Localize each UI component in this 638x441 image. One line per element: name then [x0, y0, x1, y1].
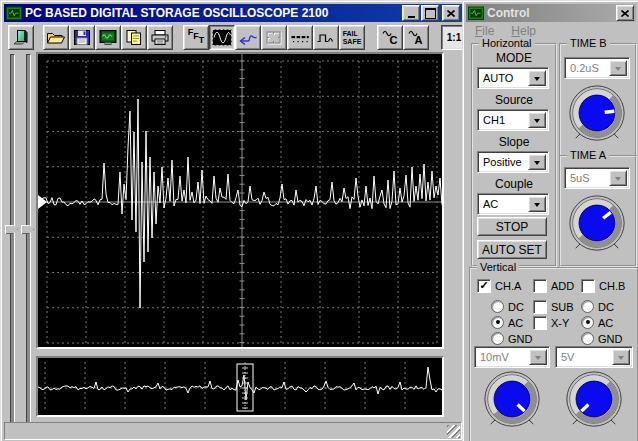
maximize-icon — [425, 8, 436, 19]
sub-enable: SUB — [533, 300, 574, 314]
capture-button[interactable] — [95, 25, 121, 50]
ch-b-gnd-option: GND — [581, 332, 622, 345]
time-a-dropdown-button — [609, 170, 627, 186]
time-b-group-label: TIME B — [567, 37, 610, 49]
mode-label: MODE — [473, 51, 555, 65]
chevron-down-icon — [615, 67, 621, 74]
offset-slider-thumb-a[interactable] — [5, 225, 18, 234]
close-button[interactable] — [442, 5, 460, 21]
offset-slider-thumb-b[interactable] — [21, 225, 34, 234]
slope-dropdown-button[interactable] — [528, 154, 546, 170]
ch-a-gnd-radio[interactable] — [491, 332, 504, 345]
waveform-button[interactable] — [209, 25, 235, 50]
ch-b-enable: CH.B — [581, 279, 625, 293]
ch-a-gnd-option: GND — [491, 332, 532, 345]
maximize-button[interactable] — [421, 5, 439, 21]
ch-a-position-knob[interactable] — [481, 369, 543, 431]
minimize-button[interactable] — [402, 5, 420, 21]
wave-a-icon: A — [407, 29, 426, 46]
overview-display — [36, 356, 444, 417]
minimize-icon — [408, 16, 415, 18]
control-window-title: Control — [487, 6, 612, 20]
screen: PC BASED DIGITAL STORAGE OSCILLOSCOPE 21… — [0, 0, 638, 441]
couple-select[interactable]: AC — [477, 193, 549, 215]
sub-checkbox[interactable] — [533, 300, 547, 314]
wave-c-icon: C — [381, 29, 400, 46]
mode-dropdown-button[interactable] — [528, 70, 546, 86]
ch-b-checkbox[interactable] — [581, 279, 595, 293]
menu-file[interactable]: File — [475, 24, 494, 38]
main-display — [36, 52, 444, 349]
app-icon — [6, 6, 22, 21]
time-a-group: TIME A 5uS — [559, 155, 637, 267]
stop-button[interactable]: STOP — [477, 217, 547, 236]
time-a-group-label: TIME A — [567, 149, 609, 161]
ch-a-ac-radio[interactable] — [491, 316, 504, 329]
copy-button[interactable] — [121, 25, 147, 50]
svg-text:A: A — [414, 34, 422, 46]
auto-set-button[interactable]: AUTO SET — [477, 240, 547, 259]
failsafe-button[interactable]: FAIL SAFE — [339, 25, 365, 50]
slope-select[interactable]: Positive — [477, 151, 549, 173]
sine-trace-icon — [212, 29, 232, 46]
undo-wave-button[interactable] — [235, 25, 261, 50]
grid-icon — [264, 30, 284, 46]
ch-b-gnd-radio[interactable] — [581, 332, 594, 345]
ch-b-dc-option: DC — [581, 300, 614, 313]
dashed-line-button[interactable] — [287, 25, 313, 50]
copy-pages-icon — [124, 29, 144, 46]
ch-b-scale-select: 5V — [555, 346, 633, 368]
source-label: Source — [473, 93, 555, 107]
svg-text:C: C — [389, 34, 397, 46]
ch-b-ac-radio[interactable] — [581, 316, 594, 329]
fft-icon: FFT — [188, 33, 205, 42]
resize-grip[interactable] — [447, 425, 460, 438]
time-b-group: TIME B 0.2uS — [559, 43, 637, 157]
horizontal-group-label: Horizontal — [479, 37, 535, 49]
save-floppy-icon — [73, 29, 91, 46]
fft-button[interactable]: FFT — [183, 25, 209, 50]
chevron-down-icon — [618, 356, 624, 363]
menu-help[interactable]: Help — [511, 24, 536, 38]
main-waveform — [38, 54, 442, 347]
source-dropdown-button[interactable] — [528, 112, 546, 128]
time-a-knob[interactable] — [566, 193, 628, 255]
probe-c-button[interactable]: C — [377, 25, 403, 50]
control-close-button[interactable] — [616, 5, 634, 21]
xy-enable: X-Y — [533, 316, 569, 330]
titlebar-buttons — [401, 5, 460, 21]
grid-button[interactable] — [261, 25, 287, 50]
open-button[interactable] — [43, 25, 69, 50]
ch-a-enable: ✓ CH.A — [477, 279, 521, 293]
exit-door-icon — [11, 29, 31, 47]
main-window-title: PC BASED DIGITAL STORAGE OSCILLOSCOPE 21… — [25, 6, 398, 20]
close-icon — [447, 10, 455, 17]
pulse-button[interactable] — [313, 25, 339, 50]
chevron-down-icon — [534, 161, 540, 168]
control-app-icon — [468, 6, 484, 21]
ch-b-dc-radio[interactable] — [581, 300, 594, 313]
ch-a-dc-radio[interactable] — [491, 300, 504, 313]
chevron-down-icon — [535, 356, 541, 363]
slope-label: Slope — [473, 135, 555, 149]
ch-b-position-knob[interactable] — [563, 369, 625, 431]
couple-dropdown-button[interactable] — [528, 196, 546, 212]
probe-a-button[interactable]: A — [403, 25, 429, 50]
control-titlebar[interactable]: Control — [466, 4, 636, 22]
mode-select[interactable]: AUTO — [477, 67, 549, 89]
save-button[interactable] — [69, 25, 95, 50]
exit-button[interactable] — [8, 25, 34, 50]
print-button[interactable] — [147, 25, 173, 50]
ch-b-ac-option: AC — [581, 316, 613, 329]
add-checkbox[interactable] — [533, 279, 547, 293]
control-window: Control File Help Horizontal MODE AUTO S… — [462, 0, 638, 441]
ch-a-checkbox[interactable]: ✓ — [477, 279, 491, 293]
offset-slider-track-b[interactable] — [26, 54, 31, 423]
main-titlebar[interactable]: PC BASED DIGITAL STORAGE OSCILLOSCOPE 21… — [4, 4, 462, 22]
control-close-icon — [621, 10, 629, 17]
xy-checkbox[interactable] — [533, 316, 547, 330]
offset-slider-track-a[interactable] — [10, 54, 15, 423]
source-select[interactable]: CH1 — [477, 109, 549, 131]
time-b-knob[interactable] — [566, 83, 628, 145]
overview-waveform — [38, 358, 442, 415]
